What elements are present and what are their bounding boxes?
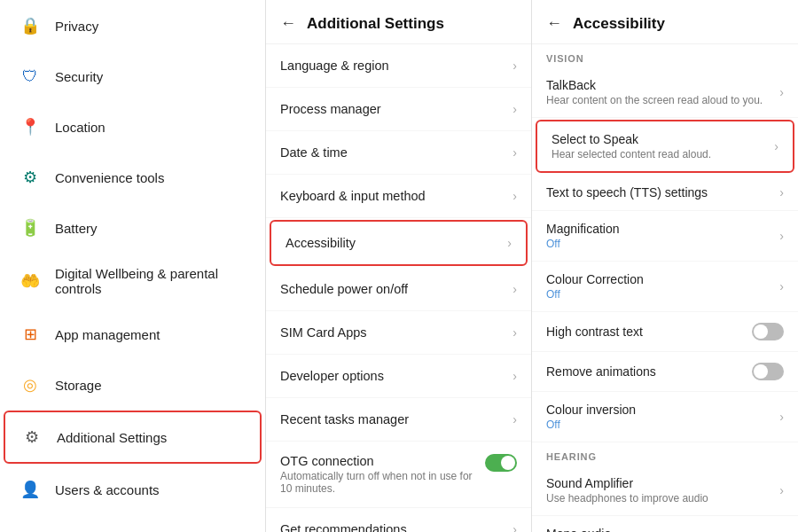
right-item-talkback[interactable]: TalkBackHear content on the screen read … — [532, 67, 798, 118]
right-panel-header: ←Accessibility — [532, 0, 798, 44]
sidebar-item-app-management[interactable]: ⊞App management — [4, 309, 262, 359]
right-item-label: Sound Amplifier — [546, 476, 772, 490]
mid-item-recent-tasks[interactable]: Recent tasks manager› — [266, 398, 531, 442]
mid-item-toggle[interactable] — [485, 454, 517, 472]
sidebar-item-battery[interactable]: 🔋Battery — [4, 203, 262, 253]
sidebar-item-convenience-tools[interactable]: ⚙Convenience tools — [4, 153, 262, 202]
mid-panel: ←Additional SettingsLanguage & region›Pr… — [266, 0, 532, 532]
mid-item-sim-card-apps[interactable]: SIM Card Apps› — [266, 311, 531, 355]
mid-item-sub: Automatically turn off when not in use f… — [280, 470, 478, 495]
right-item-sound-amplifier[interactable]: Sound AmplifierUse headphones to improve… — [532, 466, 798, 516]
chevron-right-icon: › — [507, 236, 512, 250]
right-item-sub: Hear content on the screen read aloud to… — [546, 94, 772, 106]
sidebar-item-label: Security — [55, 69, 103, 84]
app-management-icon: ⊞ — [18, 322, 43, 347]
right-item-label: Mono audio — [546, 527, 745, 532]
chevron-right-icon: › — [774, 139, 778, 153]
right-item-label: Colour inversion — [546, 403, 772, 417]
mid-header-title: Additional Settings — [307, 15, 444, 33]
sidebar-item-label: Additional Settings — [57, 430, 167, 445]
sidebar-item-users-accounts[interactable]: 👤Users & accounts — [4, 465, 262, 514]
right-item-sub: Hear selected content read aloud. — [552, 148, 767, 160]
mid-back-arrow[interactable]: ← — [280, 14, 296, 33]
right-item-label: High contrast text — [546, 325, 745, 339]
sidebar-item-digital-wellbeing[interactable]: 🤲Digital Wellbeing & parental controls — [4, 254, 262, 309]
right-item-mono-audio[interactable]: Mono audioMerges channels when playing a… — [532, 516, 798, 532]
google-icon: G — [18, 528, 43, 532]
mid-item-label: Language & region — [280, 59, 389, 73]
sidebar-item-privacy[interactable]: 🔒Privacy — [4, 1, 262, 51]
right-panel: ←AccessibilityVISIONTalkBackHear content… — [532, 0, 798, 532]
chevron-right-icon: › — [512, 325, 517, 340]
chevron-right-icon: › — [512, 145, 517, 160]
chevron-right-icon: › — [512, 522, 517, 532]
mid-item-label: Date & time — [280, 145, 348, 160]
chevron-right-icon: › — [512, 369, 517, 383]
mid-item-label: Process manager — [280, 102, 381, 116]
sidebar-item-label: Users & accounts — [55, 482, 160, 497]
right-item-sub: Off — [546, 288, 772, 301]
convenience-tools-icon: ⚙ — [18, 165, 43, 190]
mid-item-label: Accessibility — [286, 236, 356, 250]
right-item-sub: Off — [546, 238, 772, 250]
chevron-right-icon: › — [779, 410, 784, 424]
right-item-toggle[interactable] — [752, 323, 784, 340]
sidebar-item-label: Digital Wellbeing & parental controls — [55, 266, 247, 296]
sidebar-item-label: Convenience tools — [55, 170, 164, 185]
right-item-tts-settings[interactable]: Text to speech (TTS) settings› — [532, 175, 798, 211]
right-item-label: Colour Correction — [546, 272, 772, 286]
mid-panel-header: ←Additional Settings — [266, 0, 531, 44]
right-item-label: Select to Speak — [552, 132, 767, 146]
right-item-high-contrast-text[interactable]: High contrast text — [532, 312, 798, 352]
right-item-label: Remove animations — [546, 364, 745, 379]
chevron-right-icon: › — [779, 185, 784, 200]
chevron-right-icon: › — [779, 483, 784, 497]
mid-item-label: Developer options — [280, 369, 384, 383]
right-item-colour-inversion[interactable]: Colour inversionOff› — [532, 392, 798, 442]
sidebar-item-label: Battery — [55, 221, 98, 236]
mid-item-get-recommendations[interactable]: Get recommendations› — [266, 508, 531, 532]
sidebar-item-additional-settings[interactable]: ⚙Additional Settings — [4, 411, 262, 464]
right-item-sub: Off — [546, 419, 772, 431]
storage-icon: ◎ — [18, 372, 43, 397]
mid-item-label: Schedule power on/off — [280, 282, 408, 296]
left-nav-panel: 🔒Privacy🛡Security📍Location⚙Convenience t… — [0, 0, 266, 532]
right-item-label: Text to speech (TTS) settings — [546, 185, 772, 200]
right-back-arrow[interactable]: ← — [546, 14, 562, 33]
right-item-select-to-speak[interactable]: Select to SpeakHear selected content rea… — [536, 120, 794, 173]
section-label: HEARING — [532, 442, 798, 466]
digital-wellbeing-icon: 🤲 — [18, 269, 43, 293]
right-item-colour-correction[interactable]: Colour CorrectionOff› — [532, 262, 798, 312]
mid-item-label: OTG connection — [280, 454, 478, 468]
additional-settings-icon: ⚙ — [20, 425, 44, 450]
sidebar-item-security[interactable]: 🛡Security — [4, 51, 262, 101]
mid-item-label: Recent tasks manager — [280, 412, 409, 426]
mid-item-keyboard-input[interactable]: Keyboard & input method› — [266, 175, 531, 218]
battery-icon: 🔋 — [18, 215, 43, 240]
right-item-label: TalkBack — [546, 78, 772, 92]
right-header-title: Accessibility — [573, 15, 665, 33]
mid-item-developer-options[interactable]: Developer options› — [266, 355, 531, 398]
mid-item-accessibility[interactable]: Accessibility› — [270, 220, 528, 266]
mid-item-schedule-power[interactable]: Schedule power on/off› — [266, 268, 531, 311]
mid-item-date-time[interactable]: Date & time› — [266, 131, 531, 175]
sidebar-item-storage[interactable]: ◎Storage — [4, 360, 262, 410]
sidebar-item-label: Location — [55, 120, 106, 135]
chevron-right-icon: › — [779, 229, 784, 243]
right-item-remove-animations[interactable]: Remove animations — [532, 352, 798, 392]
mid-item-language-region[interactable]: Language & region› — [266, 44, 531, 88]
chevron-right-icon: › — [512, 189, 517, 203]
sidebar-item-google[interactable]: GGoogle — [4, 515, 262, 532]
chevron-right-icon: › — [779, 85, 784, 99]
chevron-right-icon: › — [512, 282, 517, 296]
mid-item-otg-connection[interactable]: OTG connectionAutomatically turn off whe… — [266, 442, 531, 508]
sidebar-item-location[interactable]: 📍Location — [4, 102, 262, 152]
mid-item-label: SIM Card Apps — [280, 325, 367, 340]
right-item-sub: Use headphones to improve audio — [546, 492, 772, 505]
right-item-magnification[interactable]: MagnificationOff› — [532, 211, 798, 262]
right-item-toggle[interactable] — [752, 363, 784, 380]
mid-item-label: Get recommendations — [280, 522, 407, 532]
section-label: VISION — [532, 44, 798, 67]
mid-item-process-manager[interactable]: Process manager› — [266, 88, 531, 131]
sidebar-item-label: Privacy — [55, 19, 98, 34]
